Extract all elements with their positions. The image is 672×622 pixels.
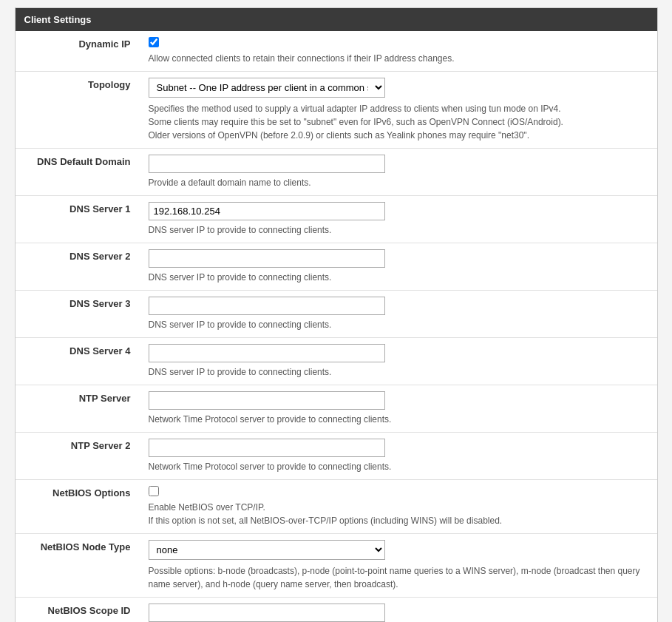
dns-default-domain-description: Provide a default domain name to clients… <box>149 176 650 189</box>
dns-server-4-row: DNS Server 4 DNS server IP to provide to… <box>16 338 657 385</box>
netbios-scope-id-row: NetBIOS Scope ID A NetBIOS Scope ID prov… <box>16 598 657 623</box>
dns-server-3-description: DNS server IP to provide to connecting c… <box>149 318 650 331</box>
ntp-server-2-cell: Network Time Protocol server to provide … <box>141 433 657 480</box>
ntp-server-2-row: NTP Server 2 Network Time Protocol serve… <box>16 433 657 480</box>
ntp-server-2-description: Network Time Protocol server to provide … <box>149 460 650 473</box>
panel-title: Client Settings <box>16 8 657 31</box>
dns-server-3-label: DNS Server 3 <box>16 291 141 338</box>
netbios-scope-id-label: NetBIOS Scope ID <box>16 598 141 623</box>
dns-server-2-description: DNS server IP to provide to connecting c… <box>149 271 650 284</box>
dns-server-2-row: DNS Server 2 DNS server IP to provide to… <box>16 243 657 291</box>
netbios-node-type-label: NetBIOS Node Type <box>16 534 141 598</box>
ntp-server-2-label: NTP Server 2 <box>16 433 141 480</box>
dns-server-1-input[interactable] <box>149 202 385 220</box>
netbios-options-description: Enable NetBIOS over TCP/IP. If this opti… <box>149 501 650 527</box>
topology-description: Specifies the method used to supply a vi… <box>149 102 650 142</box>
dns-server-3-cell: DNS server IP to provide to connecting c… <box>141 291 657 338</box>
ntp-server-cell: Network Time Protocol server to provide … <box>141 385 657 433</box>
ntp-server-2-input[interactable] <box>149 439 385 457</box>
netbios-node-type-select[interactable]: none b-node p-node m-node h-node <box>149 540 385 560</box>
netbios-options-row: NetBIOS Options Enable NetBIOS over TCP/… <box>16 480 657 534</box>
topology-label: Topology <box>16 72 141 149</box>
ntp-server-input[interactable] <box>149 391 385 410</box>
dns-server-2-cell: DNS server IP to provide to connecting c… <box>141 243 657 291</box>
dns-default-domain-row: DNS Default Domain Provide a default dom… <box>16 149 657 196</box>
dns-server-4-input[interactable] <box>149 344 385 362</box>
dns-server-3-input[interactable] <box>149 297 385 315</box>
netbios-scope-id-cell: A NetBIOS Scope ID provides an extended … <box>141 598 657 623</box>
dns-server-1-label: DNS Server 1 <box>16 196 141 243</box>
dynamic-ip-label: Dynamic IP <box>16 31 141 72</box>
ntp-server-description: Network Time Protocol server to provide … <box>149 413 650 426</box>
dynamic-ip-checkbox[interactable] <box>149 37 159 47</box>
dns-server-4-cell: DNS server IP to provide to connecting c… <box>141 338 657 385</box>
dns-default-domain-input[interactable] <box>149 155 385 173</box>
dns-server-4-label: DNS Server 4 <box>16 338 141 385</box>
dns-server-1-row: DNS Server 1 DNS server IP to provide to… <box>16 196 657 243</box>
netbios-node-type-description: Possible options: b-node (broadcasts), p… <box>149 564 650 591</box>
netbios-options-label: NetBIOS Options <box>16 480 141 534</box>
dns-default-domain-label: DNS Default Domain <box>16 149 141 196</box>
dns-server-1-description: DNS server IP to provide to connecting c… <box>149 223 650 237</box>
topology-row: Topology Subnet -- One IP address per cl… <box>16 72 657 149</box>
client-settings-panel: Client Settings Dynamic IP Allow connect… <box>15 7 658 622</box>
netbios-scope-id-input[interactable] <box>149 604 385 622</box>
dns-server-2-input[interactable] <box>149 249 385 268</box>
topology-cell: Subnet -- One IP address per client in a… <box>141 72 657 149</box>
ntp-server-row: NTP Server Network Time Protocol server … <box>16 385 657 433</box>
netbios-node-type-cell: none b-node p-node m-node h-node Possibl… <box>141 534 657 598</box>
netbios-options-cell: Enable NetBIOS over TCP/IP. If this opti… <box>141 480 657 534</box>
dns-default-domain-cell: Provide a default domain name to clients… <box>141 149 657 196</box>
dns-server-3-row: DNS Server 3 DNS server IP to provide to… <box>16 291 657 338</box>
ntp-server-label: NTP Server <box>16 385 141 433</box>
dynamic-ip-description: Allow connected clients to retain their … <box>149 52 650 65</box>
dns-server-4-description: DNS server IP to provide to connecting c… <box>149 365 650 379</box>
netbios-node-type-row: NetBIOS Node Type none b-node p-node m-n… <box>16 534 657 598</box>
dynamic-ip-cell: Allow connected clients to retain their … <box>141 31 657 72</box>
netbios-options-checkbox[interactable] <box>149 486 159 496</box>
dynamic-ip-row: Dynamic IP Allow connected clients to re… <box>16 31 657 72</box>
dns-server-2-label: DNS Server 2 <box>16 243 141 291</box>
topology-select[interactable]: Subnet -- One IP address per client in a… <box>149 78 385 98</box>
dns-server-1-cell: DNS server IP to provide to connecting c… <box>141 196 657 243</box>
